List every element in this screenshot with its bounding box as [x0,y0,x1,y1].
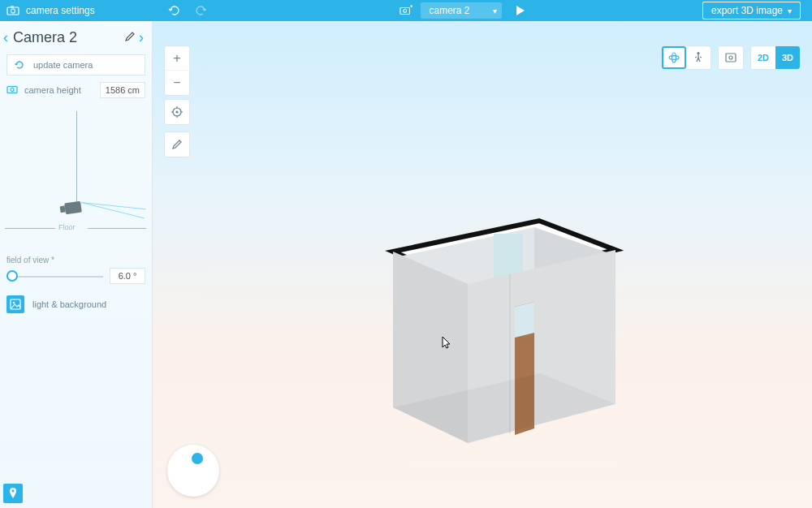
chevron-down-icon: ▾ [788,6,792,15]
main: ‹ Camera 2 › update camera camera height… [0,21,812,508]
fov-row: 6.0 ° [6,268,145,284]
fov-label: field of view * [6,256,145,265]
viz-beam [81,202,145,218]
svg-rect-2 [11,6,14,8]
add-camera-icon[interactable] [400,4,412,17]
minimap[interactable] [167,445,219,497]
camera-height-icon [6,84,19,97]
view-controls: 2D 3D [661,45,801,70]
fov-slider[interactable] [6,269,103,282]
svg-rect-15 [726,54,736,62]
room-model [380,203,624,446]
camera-elevation-viz[interactable]: Floor [0,106,152,252]
svg-point-12 [669,56,679,60]
edit-button[interactable] [165,132,189,157]
first-person-button[interactable] [719,46,743,69]
update-camera-label: update camera [33,60,93,70]
zoom-out-button[interactable]: − [165,71,189,95]
topbar-right: export 3D image ▾ [702,2,812,19]
camera-dropdown[interactable]: camera 2 [421,2,502,19]
svg-point-9 [12,490,15,493]
fov-track [6,276,103,278]
camera-header: ‹ Camera 2 › [0,21,152,53]
panel-title: camera settings [26,5,95,16]
fp-mode-group [718,45,744,70]
prev-camera-button[interactable]: ‹ [3,29,8,46]
svg-point-13 [672,53,676,62]
fov-value[interactable]: 6.0 ° [110,268,145,284]
dimension-toggle: 2D 3D [750,45,801,70]
svg-rect-3 [400,7,410,14]
nav-mode-group [661,45,711,70]
light-background-button[interactable]: light & background [6,295,145,313]
mode-2d-button[interactable]: 2D [751,46,775,69]
fov-handle[interactable] [6,270,18,282]
viz-floor-label: Floor [58,223,76,231]
camera-dropdown-label: camera 2 [429,5,469,16]
svg-rect-5 [7,87,17,93]
camera-height-label: camera height [24,85,81,95]
camera-name: Camera 2 [11,29,121,46]
viz-camera-icon[interactable] [64,201,82,215]
recenter-button[interactable] [165,100,189,124]
image-icon [6,295,24,313]
svg-point-11 [175,110,178,113]
edit-tool [164,131,190,157]
camera-icon [6,4,19,17]
topbar: camera settings camera 2 export 3D image… [0,0,812,21]
svg-point-4 [404,9,407,12]
viz-beam [81,202,146,209]
refresh-icon [12,58,27,72]
zoom-in-button[interactable]: + [165,46,189,71]
svg-marker-24 [515,302,534,338]
svg-point-14 [697,52,699,54]
fov-section: field of view * 6.0 ° [0,256,152,284]
undo-icon[interactable] [167,4,180,17]
location-pin-button[interactable] [3,484,23,503]
svg-point-16 [729,56,732,59]
viewport-3d[interactable]: + − [153,21,812,508]
svg-rect-0 [7,7,19,15]
rename-camera-icon[interactable] [124,31,136,45]
light-background-label: light & background [32,299,106,309]
redo-icon[interactable] [195,4,208,17]
viz-vertical-line [76,111,77,204]
svg-point-8 [13,302,15,304]
zoom-tools: + − [164,45,190,96]
sidebar-bottom [0,479,152,508]
svg-point-1 [11,9,15,13]
viz-floor [5,228,55,229]
viz-floor [88,228,146,229]
topbar-left: camera settings [0,0,153,21]
camera-height-row: camera height 1586 cm [6,82,145,98]
recenter-tool [164,99,190,125]
orbit-mode-button[interactable] [662,46,686,69]
mode-3d-button[interactable]: 3D [775,46,800,69]
sidebar: ‹ Camera 2 › update camera camera height… [0,21,153,508]
svg-point-6 [11,88,14,92]
walk-mode-button[interactable] [686,46,710,69]
next-camera-button[interactable]: › [139,29,144,46]
play-button[interactable] [516,6,525,15]
export-button[interactable]: export 3D image ▾ [702,2,801,19]
topbar-center: camera 2 [153,0,702,21]
camera-height-value[interactable]: 1586 cm [100,82,145,98]
cursor-icon [442,336,453,351]
export-button-label: export 3D image [711,5,783,16]
update-camera-button[interactable]: update camera [6,54,145,75]
